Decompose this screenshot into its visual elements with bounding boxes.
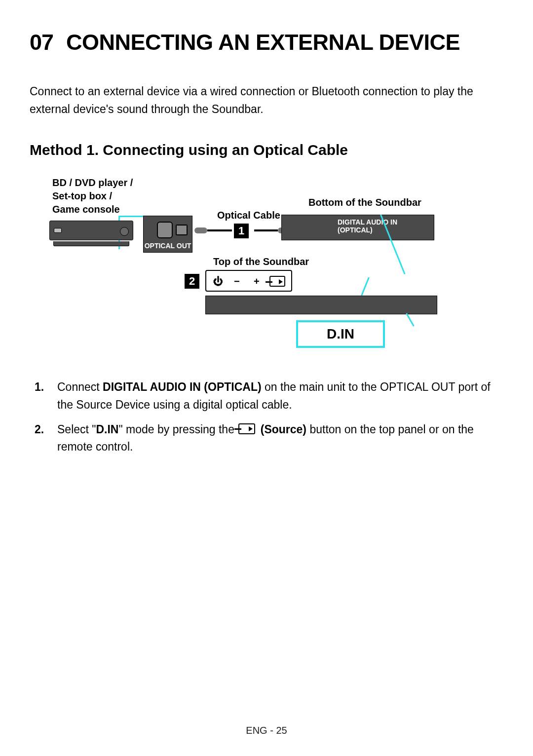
- optical-cable-label: Optical Cable: [217, 209, 280, 222]
- step-number: 2.: [35, 421, 44, 439]
- step-number: 1.: [35, 378, 44, 396]
- section-title: CONNECTING AN EXTERNAL DEVICE: [66, 30, 460, 55]
- volume-up-icon: +: [254, 276, 260, 287]
- page-footer: ENG - 25: [0, 725, 533, 736]
- step-badge-1: 1: [234, 224, 249, 238]
- source-icon: [269, 276, 285, 287]
- soundbar-controls-icon: ⏻ − +: [205, 270, 292, 292]
- section-number: 07: [30, 30, 53, 55]
- source-device-base-icon: [53, 241, 129, 246]
- optical-plug-icon: [176, 225, 188, 235]
- cable-segment-icon: [254, 229, 278, 231]
- instruction-step-1: 1. Connect DIGITAL AUDIO IN (OPTICAL) on…: [54, 378, 503, 414]
- optical-out-label: OPTICAL OUT: [143, 240, 192, 252]
- optical-jack-icon: [157, 222, 173, 238]
- source-device-icon: [49, 221, 133, 240]
- instruction-step-2: 2. Select "D.IN" mode by pressing the (S…: [54, 421, 503, 456]
- source-icon: [238, 423, 255, 434]
- method-title: Method 1. Connecting using an Optical Ca…: [30, 142, 503, 158]
- intro-paragraph: Connect to an external device via a wire…: [30, 83, 503, 118]
- soundbar-bottom-label: Bottom of the Soundbar: [308, 196, 421, 209]
- cable-segment-icon: [207, 229, 232, 231]
- callout-line-icon: [406, 313, 415, 327]
- section-heading: 07 CONNECTING AN EXTERNAL DEVICE: [30, 30, 503, 55]
- volume-down-icon: −: [234, 276, 240, 287]
- cable-segment-icon: [194, 227, 207, 233]
- source-device-label: BD / DVD player / Set-top box / Game con…: [52, 176, 133, 216]
- connection-diagram: BD / DVD player / Set-top box / Game con…: [30, 176, 503, 349]
- instruction-list: 1. Connect DIGITAL AUDIO IN (OPTICAL) on…: [30, 378, 503, 456]
- power-icon: ⏻: [213, 276, 223, 287]
- soundbar-top-label: Top of the Soundbar: [213, 255, 309, 268]
- display-mode-callout: D.IN: [296, 320, 385, 348]
- step-badge-2: 2: [185, 274, 199, 289]
- callout-line-icon: [361, 277, 370, 296]
- soundbar-body-icon: [205, 296, 437, 314]
